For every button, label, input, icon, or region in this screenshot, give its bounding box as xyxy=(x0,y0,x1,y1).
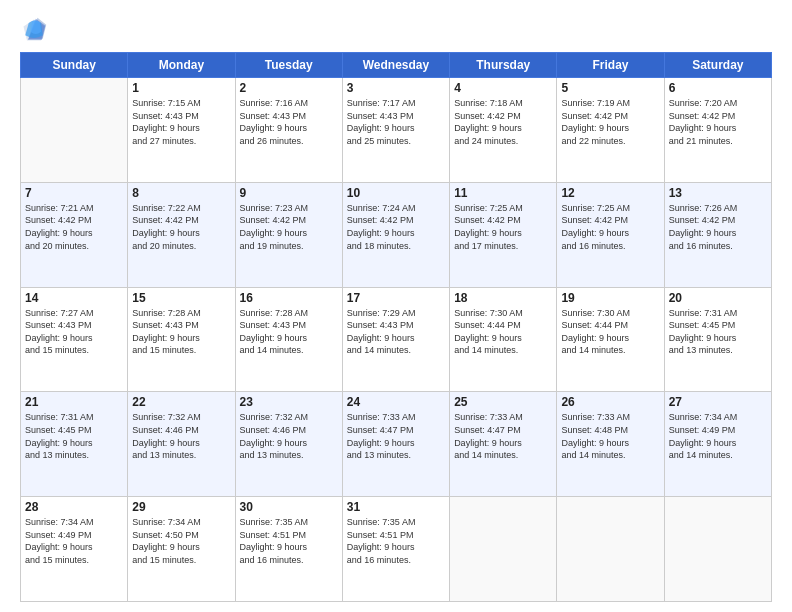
calendar-cell xyxy=(21,78,128,183)
calendar-cell: 12Sunrise: 7:25 AM Sunset: 4:42 PM Dayli… xyxy=(557,182,664,287)
day-info: Sunrise: 7:26 AM Sunset: 4:42 PM Dayligh… xyxy=(669,202,767,252)
day-number: 1 xyxy=(132,81,230,95)
day-number: 18 xyxy=(454,291,552,305)
day-info: Sunrise: 7:30 AM Sunset: 4:44 PM Dayligh… xyxy=(561,307,659,357)
calendar-cell: 28Sunrise: 7:34 AM Sunset: 4:49 PM Dayli… xyxy=(21,497,128,602)
col-header-friday: Friday xyxy=(557,53,664,78)
calendar-cell: 10Sunrise: 7:24 AM Sunset: 4:42 PM Dayli… xyxy=(342,182,449,287)
day-number: 25 xyxy=(454,395,552,409)
day-number: 27 xyxy=(669,395,767,409)
day-info: Sunrise: 7:21 AM Sunset: 4:42 PM Dayligh… xyxy=(25,202,123,252)
day-info: Sunrise: 7:18 AM Sunset: 4:42 PM Dayligh… xyxy=(454,97,552,147)
calendar-cell: 2Sunrise: 7:16 AM Sunset: 4:43 PM Daylig… xyxy=(235,78,342,183)
day-number: 17 xyxy=(347,291,445,305)
day-info: Sunrise: 7:29 AM Sunset: 4:43 PM Dayligh… xyxy=(347,307,445,357)
day-number: 5 xyxy=(561,81,659,95)
day-number: 10 xyxy=(347,186,445,200)
day-number: 14 xyxy=(25,291,123,305)
day-info: Sunrise: 7:31 AM Sunset: 4:45 PM Dayligh… xyxy=(669,307,767,357)
calendar-cell: 7Sunrise: 7:21 AM Sunset: 4:42 PM Daylig… xyxy=(21,182,128,287)
calendar-cell: 20Sunrise: 7:31 AM Sunset: 4:45 PM Dayli… xyxy=(664,287,771,392)
day-info: Sunrise: 7:28 AM Sunset: 4:43 PM Dayligh… xyxy=(132,307,230,357)
day-info: Sunrise: 7:27 AM Sunset: 4:43 PM Dayligh… xyxy=(25,307,123,357)
calendar-cell: 31Sunrise: 7:35 AM Sunset: 4:51 PM Dayli… xyxy=(342,497,449,602)
day-info: Sunrise: 7:34 AM Sunset: 4:49 PM Dayligh… xyxy=(25,516,123,566)
day-info: Sunrise: 7:31 AM Sunset: 4:45 PM Dayligh… xyxy=(25,411,123,461)
day-number: 20 xyxy=(669,291,767,305)
calendar-cell: 5Sunrise: 7:19 AM Sunset: 4:42 PM Daylig… xyxy=(557,78,664,183)
calendar-cell: 19Sunrise: 7:30 AM Sunset: 4:44 PM Dayli… xyxy=(557,287,664,392)
calendar-cell: 16Sunrise: 7:28 AM Sunset: 4:43 PM Dayli… xyxy=(235,287,342,392)
day-number: 30 xyxy=(240,500,338,514)
col-header-wednesday: Wednesday xyxy=(342,53,449,78)
day-number: 24 xyxy=(347,395,445,409)
col-header-sunday: Sunday xyxy=(21,53,128,78)
calendar-cell: 27Sunrise: 7:34 AM Sunset: 4:49 PM Dayli… xyxy=(664,392,771,497)
day-number: 21 xyxy=(25,395,123,409)
day-number: 16 xyxy=(240,291,338,305)
day-number: 26 xyxy=(561,395,659,409)
calendar-cell: 6Sunrise: 7:20 AM Sunset: 4:42 PM Daylig… xyxy=(664,78,771,183)
calendar-cell: 22Sunrise: 7:32 AM Sunset: 4:46 PM Dayli… xyxy=(128,392,235,497)
day-info: Sunrise: 7:24 AM Sunset: 4:42 PM Dayligh… xyxy=(347,202,445,252)
day-info: Sunrise: 7:20 AM Sunset: 4:42 PM Dayligh… xyxy=(669,97,767,147)
calendar-cell xyxy=(557,497,664,602)
day-number: 11 xyxy=(454,186,552,200)
day-info: Sunrise: 7:35 AM Sunset: 4:51 PM Dayligh… xyxy=(240,516,338,566)
day-number: 23 xyxy=(240,395,338,409)
day-number: 29 xyxy=(132,500,230,514)
calendar-cell: 15Sunrise: 7:28 AM Sunset: 4:43 PM Dayli… xyxy=(128,287,235,392)
day-info: Sunrise: 7:33 AM Sunset: 4:48 PM Dayligh… xyxy=(561,411,659,461)
calendar-cell: 9Sunrise: 7:23 AM Sunset: 4:42 PM Daylig… xyxy=(235,182,342,287)
day-info: Sunrise: 7:32 AM Sunset: 4:46 PM Dayligh… xyxy=(240,411,338,461)
day-info: Sunrise: 7:25 AM Sunset: 4:42 PM Dayligh… xyxy=(561,202,659,252)
calendar-table: SundayMondayTuesdayWednesdayThursdayFrid… xyxy=(20,52,772,602)
day-info: Sunrise: 7:28 AM Sunset: 4:43 PM Dayligh… xyxy=(240,307,338,357)
calendar-cell: 29Sunrise: 7:34 AM Sunset: 4:50 PM Dayli… xyxy=(128,497,235,602)
day-number: 2 xyxy=(240,81,338,95)
day-info: Sunrise: 7:30 AM Sunset: 4:44 PM Dayligh… xyxy=(454,307,552,357)
day-number: 4 xyxy=(454,81,552,95)
calendar-cell: 30Sunrise: 7:35 AM Sunset: 4:51 PM Dayli… xyxy=(235,497,342,602)
calendar-cell: 17Sunrise: 7:29 AM Sunset: 4:43 PM Dayli… xyxy=(342,287,449,392)
day-number: 9 xyxy=(240,186,338,200)
calendar-cell: 21Sunrise: 7:31 AM Sunset: 4:45 PM Dayli… xyxy=(21,392,128,497)
day-number: 6 xyxy=(669,81,767,95)
calendar-cell: 3Sunrise: 7:17 AM Sunset: 4:43 PM Daylig… xyxy=(342,78,449,183)
calendar-cell: 4Sunrise: 7:18 AM Sunset: 4:42 PM Daylig… xyxy=(450,78,557,183)
calendar-cell: 1Sunrise: 7:15 AM Sunset: 4:43 PM Daylig… xyxy=(128,78,235,183)
day-number: 15 xyxy=(132,291,230,305)
header xyxy=(20,16,772,44)
day-number: 22 xyxy=(132,395,230,409)
day-number: 12 xyxy=(561,186,659,200)
day-info: Sunrise: 7:23 AM Sunset: 4:42 PM Dayligh… xyxy=(240,202,338,252)
day-info: Sunrise: 7:33 AM Sunset: 4:47 PM Dayligh… xyxy=(454,411,552,461)
day-number: 19 xyxy=(561,291,659,305)
day-info: Sunrise: 7:35 AM Sunset: 4:51 PM Dayligh… xyxy=(347,516,445,566)
col-header-monday: Monday xyxy=(128,53,235,78)
col-header-tuesday: Tuesday xyxy=(235,53,342,78)
calendar-cell xyxy=(664,497,771,602)
day-number: 7 xyxy=(25,186,123,200)
day-info: Sunrise: 7:25 AM Sunset: 4:42 PM Dayligh… xyxy=(454,202,552,252)
day-info: Sunrise: 7:17 AM Sunset: 4:43 PM Dayligh… xyxy=(347,97,445,147)
logo-icon xyxy=(20,16,48,44)
day-info: Sunrise: 7:33 AM Sunset: 4:47 PM Dayligh… xyxy=(347,411,445,461)
day-info: Sunrise: 7:34 AM Sunset: 4:50 PM Dayligh… xyxy=(132,516,230,566)
day-info: Sunrise: 7:19 AM Sunset: 4:42 PM Dayligh… xyxy=(561,97,659,147)
day-number: 28 xyxy=(25,500,123,514)
day-info: Sunrise: 7:15 AM Sunset: 4:43 PM Dayligh… xyxy=(132,97,230,147)
calendar-cell: 14Sunrise: 7:27 AM Sunset: 4:43 PM Dayli… xyxy=(21,287,128,392)
day-number: 3 xyxy=(347,81,445,95)
calendar-cell: 13Sunrise: 7:26 AM Sunset: 4:42 PM Dayli… xyxy=(664,182,771,287)
day-info: Sunrise: 7:32 AM Sunset: 4:46 PM Dayligh… xyxy=(132,411,230,461)
calendar-cell: 25Sunrise: 7:33 AM Sunset: 4:47 PM Dayli… xyxy=(450,392,557,497)
calendar-cell: 18Sunrise: 7:30 AM Sunset: 4:44 PM Dayli… xyxy=(450,287,557,392)
calendar-cell: 24Sunrise: 7:33 AM Sunset: 4:47 PM Dayli… xyxy=(342,392,449,497)
col-header-thursday: Thursday xyxy=(450,53,557,78)
calendar-cell: 8Sunrise: 7:22 AM Sunset: 4:42 PM Daylig… xyxy=(128,182,235,287)
day-number: 13 xyxy=(669,186,767,200)
calendar-cell: 11Sunrise: 7:25 AM Sunset: 4:42 PM Dayli… xyxy=(450,182,557,287)
day-info: Sunrise: 7:34 AM Sunset: 4:49 PM Dayligh… xyxy=(669,411,767,461)
calendar-cell: 26Sunrise: 7:33 AM Sunset: 4:48 PM Dayli… xyxy=(557,392,664,497)
